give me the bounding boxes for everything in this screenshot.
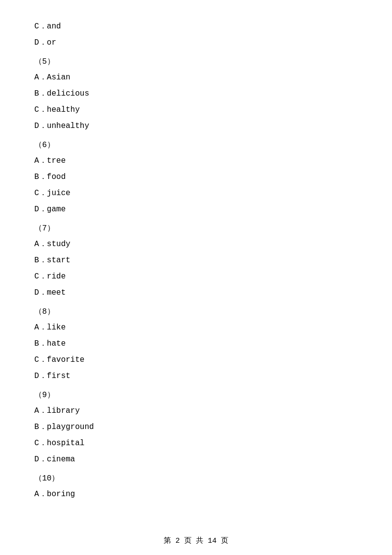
option-a-like: A．like bbox=[34, 321, 358, 335]
option-a-tree: A．tree bbox=[34, 154, 358, 168]
main-content: C．and D．or （5） A．Asian B．delicious C．hea… bbox=[0, 0, 392, 533]
option-b-delicious: B．delicious bbox=[34, 87, 358, 101]
question-6: （6） bbox=[34, 138, 358, 152]
question-9: （9） bbox=[34, 388, 358, 403]
option-a-library: A．library bbox=[34, 404, 358, 418]
question-7: （7） bbox=[34, 222, 358, 236]
option-a-study: A．study bbox=[34, 237, 358, 252]
option-c-juice: C．juice bbox=[34, 186, 358, 201]
question-10: （10） bbox=[34, 472, 358, 486]
option-b-playground: B．playground bbox=[34, 420, 358, 434]
option-d-unhealthy: D．unhealthy bbox=[34, 119, 358, 133]
question-8: （8） bbox=[34, 305, 358, 319]
question-5: （5） bbox=[34, 55, 358, 69]
option-a-asian: A．Asian bbox=[34, 71, 358, 85]
option-d-first: D．first bbox=[34, 369, 358, 383]
option-d-meet: D．meet bbox=[34, 286, 358, 300]
option-d-game: D．game bbox=[34, 202, 358, 217]
option-a-boring: A．boring bbox=[34, 487, 358, 502]
option-c-healthy: C．healthy bbox=[34, 103, 358, 117]
option-b-hate: B．hate bbox=[34, 337, 358, 351]
option-b-start: B．start bbox=[34, 253, 358, 268]
option-d-or: D．or bbox=[34, 36, 358, 50]
option-c-ride: C．ride bbox=[34, 270, 358, 284]
option-b-food: B．food bbox=[34, 170, 358, 184]
option-c-and: C．and bbox=[34, 20, 358, 34]
option-c-hospital: C．hospital bbox=[34, 436, 358, 451]
page-footer: 第 2 页 共 14 页 bbox=[0, 536, 392, 545]
option-c-favorite: C．favorite bbox=[34, 353, 358, 367]
option-d-cinema: D．cinema bbox=[34, 453, 358, 467]
